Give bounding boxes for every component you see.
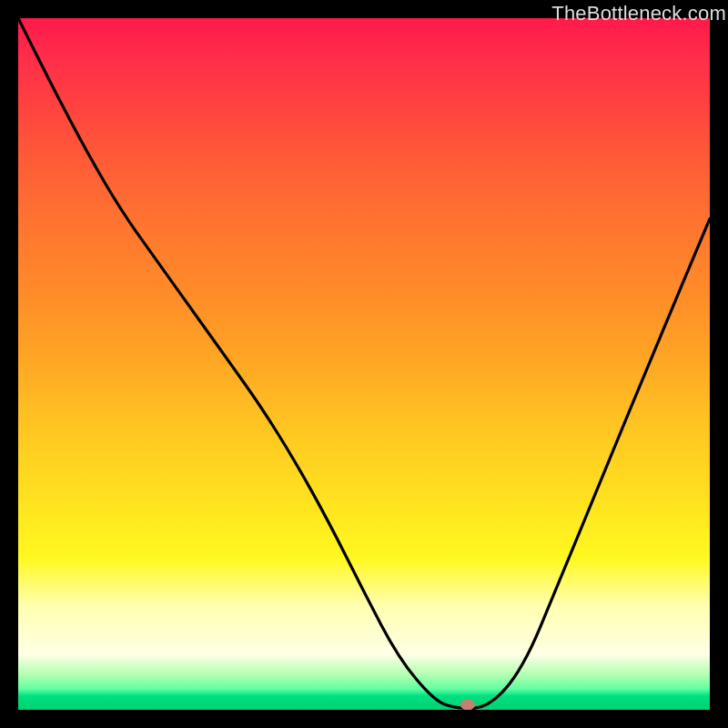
watermark-text: TheBottleneck.com [551, 2, 726, 25]
plot-gradient-background [18, 18, 710, 710]
chart-frame: TheBottleneck.com [0, 0, 728, 728]
